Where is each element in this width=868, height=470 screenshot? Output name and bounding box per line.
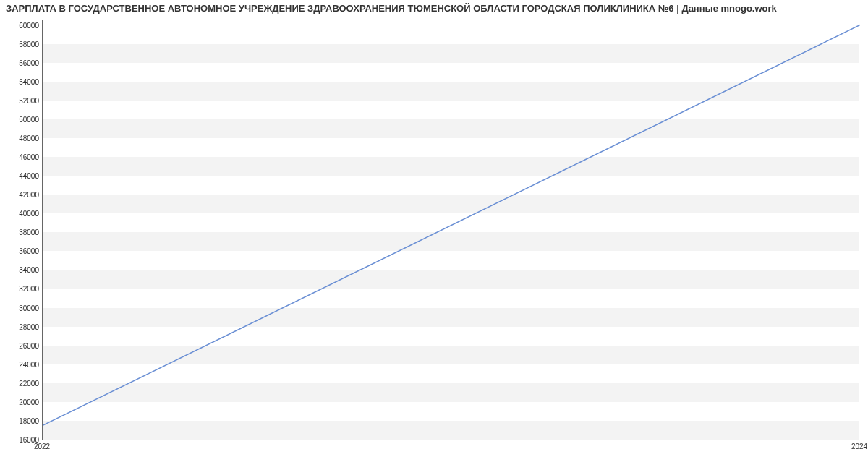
y-tick-label: 20000 (19, 398, 39, 406)
y-tick-label: 24000 (19, 360, 39, 368)
y-tick-label: 26000 (19, 341, 39, 349)
y-tick-label: 30000 (19, 304, 39, 312)
y-tick-label: 44000 (19, 172, 39, 180)
y-tick-label: 38000 (19, 228, 39, 236)
line-series (43, 20, 860, 440)
chart-title: ЗАРПЛАТА В ГОСУДАРСТВЕННОЕ АВТОНОМНОЕ УЧ… (6, 3, 862, 14)
y-tick-label: 52000 (19, 96, 39, 104)
plot-area (42, 20, 860, 440)
y-tick-label: 40000 (19, 210, 39, 218)
y-tick-label: 18000 (19, 416, 39, 424)
y-tick-label: 56000 (19, 59, 39, 67)
x-tick-label: 2022 (34, 443, 50, 450)
y-tick-label: 28000 (19, 322, 39, 330)
y-tick-label: 54000 (19, 77, 39, 85)
y-tick-label: 48000 (19, 134, 39, 142)
y-tick-label: 50000 (19, 115, 39, 123)
y-tick-label: 36000 (19, 247, 39, 255)
y-tick-label: 32000 (19, 285, 39, 293)
y-tick-label: 58000 (19, 40, 39, 48)
y-tick-label: 34000 (19, 266, 39, 274)
y-tick-label: 22000 (19, 379, 39, 387)
x-tick-label: 2024 (851, 443, 867, 450)
y-tick-label: 42000 (19, 191, 39, 199)
y-tick-label: 46000 (19, 153, 39, 161)
y-tick-label: 60000 (19, 21, 39, 29)
